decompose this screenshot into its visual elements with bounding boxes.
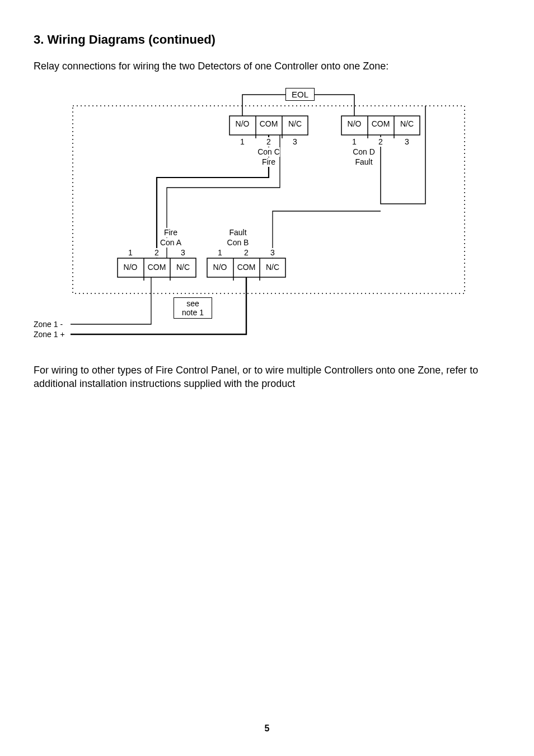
wiring-diagram: EOL N/O COM N/C 1 2 3 Con C Fire N/O COM…	[34, 83, 500, 347]
relay-conA-pin-no: N/O	[124, 263, 138, 272]
relay-conC-term-2: 2	[266, 137, 271, 147]
relay-conD-term-1: 1	[352, 137, 357, 147]
relay-conA-pin-nc: N/C	[176, 263, 190, 272]
relay-conD-name2: Fault	[355, 157, 372, 167]
relay-conB-pin-no: N/O	[213, 263, 227, 272]
relay-conB-pin-com: COM	[237, 263, 256, 272]
relay-conD-term-2: 2	[378, 137, 383, 147]
relay-conD-pin-com: COM	[372, 119, 390, 129]
relay-conC-name1: Con C	[257, 147, 280, 157]
outro-text: For wiring to other types of Fire Contro…	[34, 363, 500, 391]
relay-conD-term-3: 3	[405, 137, 409, 147]
relay-conB-term-3: 3	[270, 248, 275, 258]
relay-conC-pin-no: N/O	[236, 119, 250, 129]
relay-conD-pin-no: N/O	[348, 119, 362, 129]
relay-conA-name2: Con A	[160, 238, 181, 248]
note-line2: note 1	[182, 308, 204, 317]
relay-conB-term-2: 2	[244, 248, 249, 258]
relay-conB-term-1: 1	[218, 248, 222, 258]
relay-conB-pin-nc: N/C	[266, 263, 279, 272]
relay-conC-pin-com: COM	[260, 119, 278, 129]
relay-conA-term-1: 1	[128, 248, 133, 258]
section-title: 3. Wiring Diagrams (continued)	[34, 32, 500, 47]
relay-conA-name1: Fire	[164, 228, 177, 237]
relay-conC-name2: Fire	[262, 157, 275, 167]
relay-conB-name2: Con B	[227, 238, 249, 248]
intro-text: Relay connections for wiring the two Det…	[34, 60, 500, 72]
relay-conC-term-3: 3	[293, 137, 297, 147]
relay-conD-pin-nc: N/C	[400, 119, 414, 129]
relay-conC-term-1: 1	[240, 137, 245, 147]
zone1-minus-label: Zone 1 -	[34, 320, 63, 329]
relay-conA-term-2: 2	[154, 248, 159, 258]
note-box: see note 1	[174, 297, 212, 319]
eol-label: EOL	[285, 88, 315, 101]
relay-conD-name1: Con D	[353, 147, 375, 157]
relay-conA-pin-com: COM	[148, 263, 166, 272]
note-line1: see	[186, 299, 199, 308]
relay-conB-name1: Fault	[229, 228, 246, 237]
relay-conC-pin-nc: N/C	[288, 119, 302, 129]
zone1-plus-label: Zone 1 +	[34, 330, 65, 339]
page-number: 5	[0, 724, 534, 734]
relay-conA-term-3: 3	[181, 248, 185, 258]
